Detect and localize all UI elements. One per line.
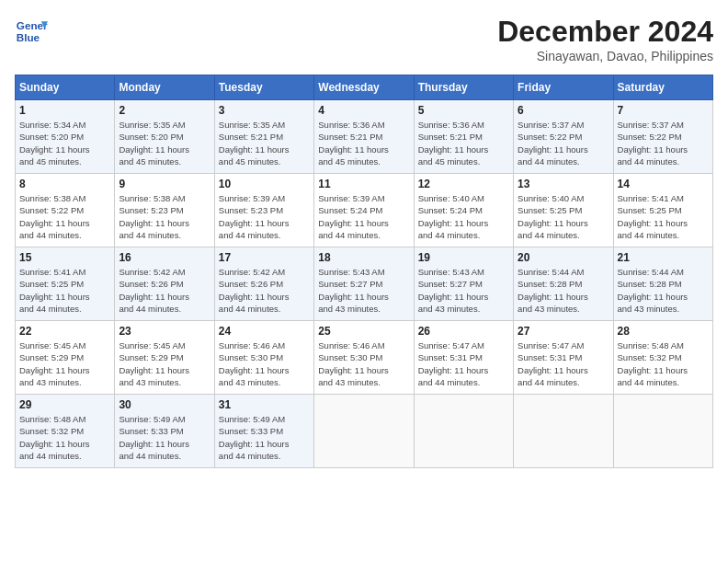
- day-info: Sunrise: 5:41 AM Sunset: 5:25 PM Dayligh…: [19, 266, 110, 315]
- calendar-week-row: 15Sunrise: 5:41 AM Sunset: 5:25 PM Dayli…: [16, 247, 713, 321]
- calendar-cell: 24Sunrise: 5:46 AM Sunset: 5:30 PM Dayli…: [214, 321, 313, 395]
- logo: General Blue: [15, 15, 48, 48]
- day-info: Sunrise: 5:47 AM Sunset: 5:31 PM Dayligh…: [418, 339, 509, 388]
- day-number: 11: [318, 178, 409, 190]
- day-number: 8: [19, 178, 110, 190]
- day-info: Sunrise: 5:37 AM Sunset: 5:22 PM Dayligh…: [618, 119, 709, 167]
- calendar-table: SundayMondayTuesdayWednesdayThursdayFrid…: [15, 75, 713, 468]
- day-number: 23: [119, 325, 210, 338]
- day-info: Sunrise: 5:48 AM Sunset: 5:32 PM Dayligh…: [19, 413, 110, 462]
- location-subtitle: Sinayawan, Davao, Philippines: [497, 49, 713, 63]
- day-number: 6: [518, 104, 609, 117]
- svg-text:General: General: [17, 19, 48, 31]
- calendar-cell: 14Sunrise: 5:41 AM Sunset: 5:25 PM Dayli…: [613, 174, 712, 247]
- day-number: 5: [418, 104, 509, 117]
- calendar-cell: 31Sunrise: 5:49 AM Sunset: 5:33 PM Dayli…: [214, 395, 313, 468]
- calendar-cell: 22Sunrise: 5:45 AM Sunset: 5:29 PM Dayli…: [16, 321, 115, 395]
- col-header-saturday: Saturday: [613, 75, 712, 100]
- calendar-cell: 30Sunrise: 5:49 AM Sunset: 5:33 PM Dayli…: [115, 395, 214, 468]
- day-number: 30: [119, 398, 210, 411]
- day-info: Sunrise: 5:35 AM Sunset: 5:21 PM Dayligh…: [219, 119, 310, 167]
- title-area: December 2024 Sinayawan, Davao, Philippi…: [497, 15, 713, 63]
- calendar-cell: [514, 395, 613, 468]
- calendar-cell: 27Sunrise: 5:47 AM Sunset: 5:31 PM Dayli…: [514, 321, 613, 395]
- calendar-cell: 4Sunrise: 5:36 AM Sunset: 5:21 PM Daylig…: [314, 100, 414, 174]
- day-number: 2: [119, 104, 210, 117]
- day-number: 17: [219, 251, 310, 264]
- day-number: 14: [618, 178, 709, 190]
- col-header-sunday: Sunday: [16, 75, 115, 100]
- day-info: Sunrise: 5:46 AM Sunset: 5:30 PM Dayligh…: [318, 339, 409, 388]
- day-number: 25: [318, 325, 409, 338]
- day-info: Sunrise: 5:45 AM Sunset: 5:29 PM Dayligh…: [119, 339, 210, 388]
- day-info: Sunrise: 5:44 AM Sunset: 5:28 PM Dayligh…: [518, 266, 609, 315]
- day-info: Sunrise: 5:48 AM Sunset: 5:32 PM Dayligh…: [618, 339, 709, 388]
- calendar-cell: 9Sunrise: 5:38 AM Sunset: 5:23 PM Daylig…: [115, 174, 214, 247]
- calendar-cell: 28Sunrise: 5:48 AM Sunset: 5:32 PM Dayli…: [613, 321, 712, 395]
- day-info: Sunrise: 5:39 AM Sunset: 5:24 PM Dayligh…: [318, 192, 409, 241]
- calendar-cell: 1Sunrise: 5:34 AM Sunset: 5:20 PM Daylig…: [16, 100, 115, 174]
- calendar-cell: 10Sunrise: 5:39 AM Sunset: 5:23 PM Dayli…: [214, 174, 313, 247]
- day-info: Sunrise: 5:43 AM Sunset: 5:27 PM Dayligh…: [418, 266, 509, 315]
- day-info: Sunrise: 5:40 AM Sunset: 5:25 PM Dayligh…: [518, 192, 609, 241]
- calendar-cell: [314, 395, 414, 468]
- calendar-cell: 18Sunrise: 5:43 AM Sunset: 5:27 PM Dayli…: [314, 247, 414, 321]
- day-number: 27: [518, 325, 609, 338]
- day-number: 18: [318, 251, 409, 264]
- day-info: Sunrise: 5:45 AM Sunset: 5:29 PM Dayligh…: [19, 339, 110, 388]
- day-info: Sunrise: 5:42 AM Sunset: 5:26 PM Dayligh…: [219, 266, 310, 315]
- day-info: Sunrise: 5:46 AM Sunset: 5:30 PM Dayligh…: [219, 339, 310, 388]
- calendar-cell: 11Sunrise: 5:39 AM Sunset: 5:24 PM Dayli…: [314, 174, 414, 247]
- day-info: Sunrise: 5:41 AM Sunset: 5:25 PM Dayligh…: [618, 192, 709, 241]
- calendar-cell: 16Sunrise: 5:42 AM Sunset: 5:26 PM Dayli…: [115, 247, 214, 321]
- day-info: Sunrise: 5:36 AM Sunset: 5:21 PM Dayligh…: [418, 119, 509, 167]
- calendar-cell: 13Sunrise: 5:40 AM Sunset: 5:25 PM Dayli…: [514, 174, 613, 247]
- day-number: 22: [19, 325, 110, 338]
- day-info: Sunrise: 5:42 AM Sunset: 5:26 PM Dayligh…: [119, 266, 210, 315]
- day-info: Sunrise: 5:49 AM Sunset: 5:33 PM Dayligh…: [119, 413, 210, 462]
- day-number: 31: [219, 398, 310, 411]
- day-number: 16: [119, 251, 210, 264]
- day-number: 19: [418, 251, 509, 264]
- col-header-monday: Monday: [115, 75, 214, 100]
- calendar-cell: [414, 395, 513, 468]
- day-info: Sunrise: 5:36 AM Sunset: 5:21 PM Dayligh…: [318, 119, 409, 167]
- calendar-cell: 8Sunrise: 5:38 AM Sunset: 5:22 PM Daylig…: [16, 174, 115, 247]
- day-number: 28: [618, 325, 709, 338]
- day-info: Sunrise: 5:49 AM Sunset: 5:33 PM Dayligh…: [219, 413, 310, 462]
- day-info: Sunrise: 5:44 AM Sunset: 5:28 PM Dayligh…: [618, 266, 709, 315]
- day-info: Sunrise: 5:34 AM Sunset: 5:20 PM Dayligh…: [19, 119, 110, 167]
- day-info: Sunrise: 5:43 AM Sunset: 5:27 PM Dayligh…: [318, 266, 409, 315]
- calendar-header-row: SundayMondayTuesdayWednesdayThursdayFrid…: [16, 75, 713, 100]
- calendar-cell: [613, 395, 712, 468]
- day-info: Sunrise: 5:47 AM Sunset: 5:31 PM Dayligh…: [518, 339, 609, 388]
- day-info: Sunrise: 5:39 AM Sunset: 5:23 PM Dayligh…: [219, 192, 310, 241]
- col-header-thursday: Thursday: [414, 75, 513, 100]
- calendar-week-row: 8Sunrise: 5:38 AM Sunset: 5:22 PM Daylig…: [16, 174, 713, 247]
- day-number: 7: [618, 104, 709, 117]
- col-header-friday: Friday: [514, 75, 613, 100]
- calendar-week-row: 29Sunrise: 5:48 AM Sunset: 5:32 PM Dayli…: [16, 395, 713, 468]
- col-header-wednesday: Wednesday: [314, 75, 414, 100]
- day-number: 3: [219, 104, 310, 117]
- calendar-cell: 20Sunrise: 5:44 AM Sunset: 5:28 PM Dayli…: [514, 247, 613, 321]
- day-number: 10: [219, 178, 310, 190]
- col-header-tuesday: Tuesday: [214, 75, 313, 100]
- calendar-cell: 19Sunrise: 5:43 AM Sunset: 5:27 PM Dayli…: [414, 247, 513, 321]
- day-number: 12: [418, 178, 509, 190]
- calendar-cell: 7Sunrise: 5:37 AM Sunset: 5:22 PM Daylig…: [613, 100, 712, 174]
- calendar-cell: 26Sunrise: 5:47 AM Sunset: 5:31 PM Dayli…: [414, 321, 513, 395]
- day-number: 26: [418, 325, 509, 338]
- month-year-title: December 2024: [497, 15, 713, 49]
- calendar-cell: 12Sunrise: 5:40 AM Sunset: 5:24 PM Dayli…: [414, 174, 513, 247]
- calendar-cell: 6Sunrise: 5:37 AM Sunset: 5:22 PM Daylig…: [514, 100, 613, 174]
- calendar-week-row: 1Sunrise: 5:34 AM Sunset: 5:20 PM Daylig…: [16, 100, 713, 174]
- day-number: 15: [19, 251, 110, 264]
- calendar-cell: 29Sunrise: 5:48 AM Sunset: 5:32 PM Dayli…: [16, 395, 115, 468]
- calendar-cell: 15Sunrise: 5:41 AM Sunset: 5:25 PM Dayli…: [16, 247, 115, 321]
- day-number: 13: [518, 178, 609, 190]
- day-number: 4: [318, 104, 409, 117]
- day-info: Sunrise: 5:38 AM Sunset: 5:23 PM Dayligh…: [119, 192, 210, 241]
- calendar-week-row: 22Sunrise: 5:45 AM Sunset: 5:29 PM Dayli…: [16, 321, 713, 395]
- calendar-cell: 21Sunrise: 5:44 AM Sunset: 5:28 PM Dayli…: [613, 247, 712, 321]
